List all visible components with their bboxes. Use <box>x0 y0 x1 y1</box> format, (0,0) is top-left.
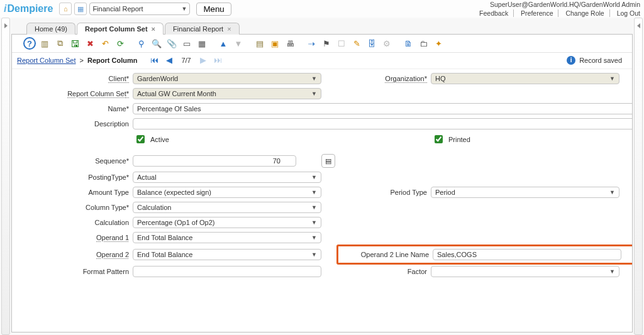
home-icon[interactable]: ⌂ <box>59 3 72 15</box>
checkbox-active-label: Active <box>150 136 169 143</box>
zoom-across-icon[interactable]: ⇢ <box>305 37 318 50</box>
tab-financial-report[interactable]: Financial Report × <box>165 23 240 35</box>
field-column-type[interactable]: Calculation ▼ <box>133 202 321 213</box>
chevron-down-icon: ▼ <box>311 217 317 228</box>
archive-viewer-icon[interactable]: 🗄 <box>365 37 378 50</box>
tab-report-column-set[interactable]: Report Column Set × <box>77 23 164 35</box>
save-icon[interactable]: 🖫 <box>69 37 81 50</box>
field-organization[interactable]: HQ ▼ <box>431 73 619 84</box>
link-change-role[interactable]: Change Role <box>560 9 609 17</box>
chevron-down-icon: ▼ <box>311 232 317 243</box>
field-period-value: Period <box>435 187 455 198</box>
label-organization: Organization <box>385 75 431 82</box>
right-panel-expand[interactable] <box>634 18 643 335</box>
window-tab-strip: Home (49) Report Column Set × Financial … <box>11 19 633 35</box>
label-calculation: Calculation <box>95 219 133 226</box>
chevron-down-icon: ▼ <box>609 73 615 84</box>
checkbox-printed-input[interactable] <box>435 135 443 143</box>
checkbox-active[interactable]: Active <box>133 133 321 145</box>
label-amount-type: Amount Type <box>88 189 133 196</box>
form-grid: Client GardenWorld ▼ Organization HQ ▼ R… <box>12 69 632 282</box>
calendar-icon[interactable]: ▦ <box>74 3 87 15</box>
label-description: Description <box>94 120 133 128</box>
field-op1-value: End Total Balance <box>137 232 192 243</box>
help-icon[interactable]: ? <box>23 37 36 50</box>
copy-record-icon[interactable]: ⧉ <box>53 37 66 50</box>
link-preference[interactable]: Preference <box>516 9 558 17</box>
undo-icon[interactable]: ↶ <box>99 37 111 50</box>
chevron-down-icon: ▼ <box>311 73 317 84</box>
chat-icon[interactable]: ▭ <box>180 37 193 50</box>
field-amount-type[interactable]: Balance (expected sign) ▼ <box>133 187 321 198</box>
product-info-icon[interactable]: ✎ <box>350 37 363 50</box>
print-icon[interactable]: 🖶 <box>284 37 296 50</box>
chevron-down-icon: ▼ <box>609 266 615 277</box>
first-record-icon[interactable]: ⏮ <box>148 55 160 65</box>
archive-icon[interactable]: ▣ <box>269 37 281 50</box>
field-client[interactable]: GardenWorld ▼ <box>133 73 321 84</box>
last-record-icon: ⏭ <box>213 55 224 65</box>
parent-record-icon[interactable]: ▲ <box>217 37 230 50</box>
label-name: Name <box>108 105 133 113</box>
attachment-icon[interactable]: 📎 <box>165 37 178 50</box>
input-format-pattern[interactable] <box>133 266 321 277</box>
user-block: SuperUser@GardenWorld.HQ/GardenWorld Adm… <box>474 1 640 17</box>
customize-icon[interactable]: ✦ <box>432 37 445 50</box>
report-icon[interactable]: ▤ <box>253 37 266 50</box>
top-bar: iiDempiereDempiere ⌂ ▦ Financial Report … <box>0 0 644 18</box>
checkbox-active-input[interactable] <box>136 135 145 143</box>
grid-toggle-icon[interactable]: ▦ <box>196 37 208 50</box>
form-area: Client GardenWorld ▼ Organization HQ ▼ R… <box>12 69 632 332</box>
label-operand-1: Operand 1 <box>96 234 133 241</box>
input-operand-2-line-name[interactable] <box>433 249 621 260</box>
chevron-down-icon: ▼ <box>311 172 317 183</box>
label-period-type: Period Type <box>390 189 431 196</box>
export-icon[interactable]: 🗎 <box>402 37 414 50</box>
close-icon[interactable]: × <box>152 25 155 33</box>
menu-button[interactable]: Menu <box>196 3 231 16</box>
field-posting-type[interactable]: Actual ▼ <box>133 172 321 183</box>
tab-home[interactable]: Home (49) <box>26 23 75 35</box>
field-rcs-value: Actual GW Current Month <box>137 88 216 99</box>
sequence-calc-button[interactable]: ▤ <box>321 154 335 168</box>
previous-record-icon[interactable]: ◀ <box>164 55 175 65</box>
field-op2-value: End Total Balance <box>137 249 192 260</box>
header-links: Feedback Preference Change Role Log Out <box>474 9 640 17</box>
import-file-icon[interactable]: 🗀 <box>417 37 430 50</box>
input-name[interactable] <box>133 103 632 114</box>
app-logo: iiDempiereDempiere <box>4 3 53 14</box>
left-panel-expand[interactable] <box>1 18 10 335</box>
checkbox-printed[interactable]: Printed <box>431 133 619 145</box>
field-amount-value: Balance (expected sign) <box>137 187 211 198</box>
field-factor[interactable]: ▼ <box>431 266 619 277</box>
breadcrumb-parent-link[interactable]: Report Column Set <box>17 57 76 64</box>
label-report-column-set: Report Column Set <box>67 90 133 97</box>
label-sequence: Sequence <box>95 157 133 165</box>
delete-icon[interactable]: ✖ <box>84 37 96 50</box>
field-operand-1[interactable]: End Total Balance ▼ <box>133 232 321 243</box>
detail-record-icon: ▼ <box>232 37 245 50</box>
global-search-combo[interactable]: Financial Report ▼ <box>89 3 190 15</box>
find-icon[interactable]: ⚲ <box>135 37 148 50</box>
refresh-icon[interactable]: ⟳ <box>114 37 126 50</box>
close-icon[interactable]: × <box>227 25 231 33</box>
field-report-column-set[interactable]: Actual GW Current Month ▼ <box>133 88 321 99</box>
field-period-type[interactable]: Period ▼ <box>431 187 619 198</box>
new-record-icon[interactable]: ▥ <box>38 37 51 50</box>
chevron-down-icon: ▼ <box>311 88 317 99</box>
info-icon: i <box>567 56 575 65</box>
field-calculation[interactable]: Percentage (Op1 of Op2) ▼ <box>133 217 321 228</box>
field-posting-value: Actual <box>137 172 157 183</box>
link-logout[interactable]: Log Out <box>612 9 640 17</box>
request-icon: ☐ <box>335 37 348 50</box>
field-operand-2[interactable]: End Total Balance ▼ <box>133 249 321 260</box>
chevron-down-icon: ▼ <box>311 187 317 198</box>
input-description[interactable] <box>133 118 632 129</box>
workflow-icon[interactable]: ⚑ <box>320 37 333 50</box>
label-posting-type: PostingType <box>88 173 133 181</box>
link-feedback[interactable]: Feedback <box>474 9 514 17</box>
lookup-icon[interactable]: 🔍 <box>150 37 163 50</box>
input-sequence[interactable] <box>133 155 296 167</box>
label-client: Client <box>109 75 133 82</box>
label-operand-2: Operand 2 <box>96 251 133 258</box>
